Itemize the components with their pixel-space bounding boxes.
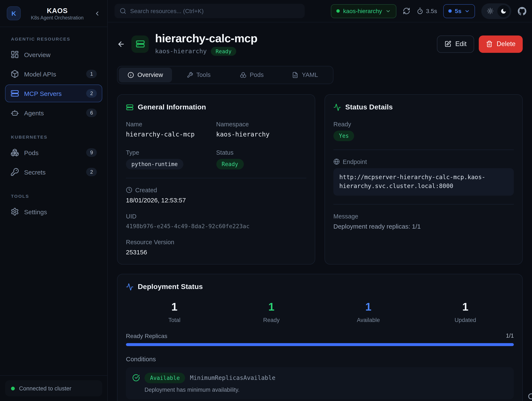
github-icon [518,6,526,15]
field-value: 253156 [126,248,306,255]
key-icon [11,168,19,176]
boxes-icon [240,72,246,78]
field-ready: Ready Yes [333,121,514,141]
refresh-button[interactable] [403,7,410,15]
sidebar-item-pods[interactable]: Pods 9 [5,144,102,161]
chevron-left-icon [94,10,101,17]
field-label: Type [126,149,216,156]
field-label: Ready [333,121,514,127]
server-icon [11,89,19,98]
status-details-card: Status Details Ready Yes Endpoint [324,94,523,264]
sidebar-item-settings[interactable]: Settings [5,203,102,221]
latency-indicator: 3.5s [417,8,437,14]
field-value: 18/01/2026, 12:53:57 [126,196,306,204]
file-code-icon [292,72,298,78]
count-badge: 2 [86,168,97,176]
count-badge: 9 [86,148,97,157]
field-name: Name hierarchy-calc-mcp [126,121,216,138]
ready-replicas-value: 1/1 [506,332,514,339]
sidebar-item-label: Model APIs [24,70,81,77]
search-box[interactable] [114,4,305,18]
sidebar-item-mcp-servers[interactable]: MCP Servers 2 [5,84,102,102]
field-label: Name [126,121,216,127]
refresh-icon [403,7,410,15]
stat-label: Available [320,317,417,323]
field-created: Created 18/01/2026, 12:53:57 [126,187,306,204]
sidebar: K KAOS K8s Agent Orchestration AGENTIC R… [0,0,108,401]
edit-button[interactable]: Edit [437,36,474,53]
sun-icon [487,8,494,14]
ready-badge: Yes [333,130,354,141]
field-message: Message Deployment ready replicas: 1/1 [333,213,514,230]
dashboard-icon [11,50,19,59]
endpoint-url: http://mcpserver-hierarchy-calc-mcp.kaos… [333,168,514,196]
stat-value: 1 [417,300,514,313]
status-badge: Ready [216,159,244,169]
stat-available: 1 Available [320,300,417,323]
tab-label: Overview [138,71,163,78]
latency-value: 3.5s [426,8,437,14]
activity-icon [126,283,133,291]
field-status: Status Ready [216,149,306,169]
cluster-status-text: Connected to cluster [19,385,71,391]
ready-replicas-label: Ready Replicas [126,332,167,339]
back-button[interactable] [117,40,125,48]
gear-icon [11,207,19,216]
tab-pods[interactable]: Pods [225,67,279,82]
edit-icon [445,41,451,48]
namespace-selector[interactable]: kaos-hierarchy [331,4,396,18]
tab-overview[interactable]: Overview [119,67,172,82]
replicas-progress-fill [126,343,514,346]
dark-mode-button[interactable] [497,5,510,17]
conditions-heading: Conditions [126,355,514,362]
sidebar-item-label: Secrets [24,168,81,176]
field-value: hierarchy-calc-mcp [126,130,216,138]
wrench-icon [187,72,193,78]
sidebar-item-overview[interactable]: Overview [5,46,102,63]
field-value: 4198b976-e245-4c49-8da2-92c60fe223ac [126,223,306,229]
ready-replicas-row: Ready Replicas 1/1 [126,332,514,339]
light-mode-button[interactable] [483,8,497,14]
condition-message: Deployment has minimum availability. [145,386,507,393]
app-logo: K [7,6,21,20]
field-label: Status [216,149,306,156]
field-value: kaos-hierarchy [216,130,306,138]
tab-bar: Overview Tools Pods [117,66,333,84]
tab-yaml[interactable]: YAML [279,67,332,82]
sidebar-item-label: Agents [24,109,81,116]
condition-row: Available MinimumReplicasAvailable Deplo… [126,367,514,399]
namespace-status-dot-icon [336,9,340,13]
check-circle-icon [132,374,140,382]
page-title: hierarchy-calc-mcp [155,32,257,45]
general-information-card: General Information Name hierarchy-calc-… [117,94,315,264]
field-resource-version: Resource Version 253156 [126,239,306,255]
sidebar-item-label: Pods [24,149,81,156]
sidebar-item-agents[interactable]: Agents 6 [5,104,102,122]
arrow-left-icon [117,40,125,48]
app-subtitle: K8s Agent Orchestration [24,15,90,20]
sidebar-item-label: MCP Servers [24,90,81,97]
stat-value: 1 [223,300,320,313]
delete-button-label: Delete [496,40,515,48]
type-badge: python-runtime [126,159,183,169]
activity-icon [333,103,341,111]
sidebar-collapse-button[interactable] [94,10,101,17]
field-label: Endpoint [333,158,514,165]
sidebar-item-model-apis[interactable]: Model APIs 1 [5,65,102,83]
stat-ready: 1 Ready [223,300,320,323]
delete-button[interactable]: Delete [479,36,523,53]
refresh-interval-selector[interactable]: 5s [443,4,475,18]
status-dot-icon [11,386,15,390]
stat-value: 1 [126,300,223,313]
stat-label: Ready [223,317,320,323]
sidebar-item-label: Settings [24,208,97,215]
search-input[interactable] [130,8,300,14]
ready-status-badge: Ready [211,47,236,56]
stat-updated: 1 Updated [417,300,514,323]
page-header: hierarchy-calc-mcp kaos-hierarchy Ready … [117,32,523,56]
tab-tools[interactable]: Tools [172,67,225,82]
card-title: Deployment Status [138,282,203,291]
github-link[interactable] [518,6,526,15]
sidebar-item-secrets[interactable]: Secrets 2 [5,163,102,181]
info-icon [128,72,134,78]
